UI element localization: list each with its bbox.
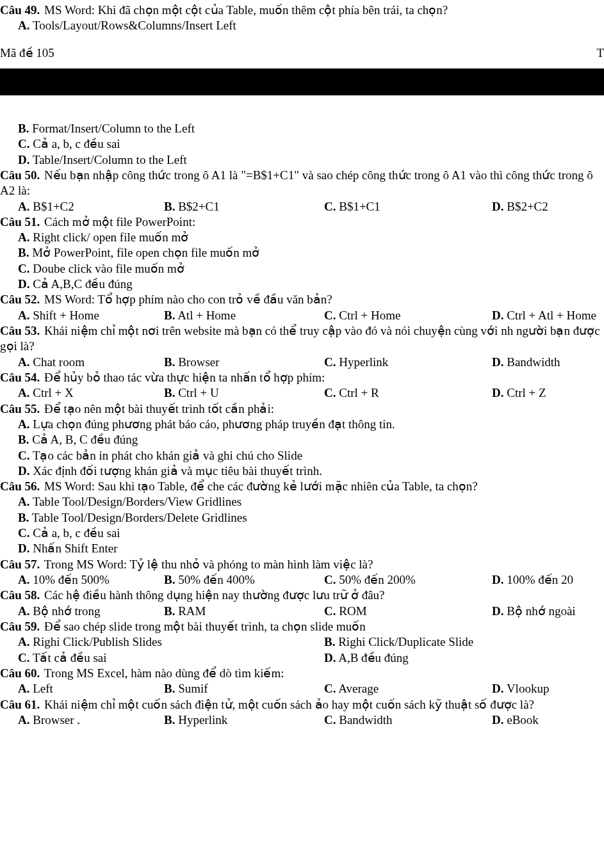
question-text: Trong MS Excel, hàm nào dùng để dò tìm k… [41,666,284,680]
question-text: Để sao chép slide trong một bài thuyết t… [41,620,365,633]
question-61: Câu 61. Khái niệm chỉ một cuốn sách điện… [0,697,604,712]
option-label: C. [324,200,336,213]
option-55-d: D. Xác định đối tượng khán giả và mục ti… [0,463,604,479]
question-51: Câu 51. Cách mở một file PowerPoint: [0,214,604,230]
question-57: Câu 57. Trong MS Word: Tỷ lệ thu nhỏ và … [0,557,604,572]
options-54: A. Ctrl + X B. Ctrl + U C. Ctrl + R D. C… [0,385,604,401]
option-51-c: C. Doube click vào file muốn mở [0,261,604,277]
options-53: A. Chat room B. Browser C. Hyperlink D. … [0,355,604,370]
option-label: D. [18,153,29,166]
option-label: D. [18,277,29,291]
option-text: Bộ nhớ trong [29,604,100,618]
option-56-d: D. Nhấn Shift Enter [0,541,604,556]
question-label: Câu 57. [0,558,40,571]
option-text: B$2+C1 [175,200,219,213]
option-text: Ctrl + R [336,386,379,399]
option-label: D. [492,604,503,618]
option-text: Mở PowerPoint, file open chọn file muốn … [29,246,259,259]
option-label: B. [324,635,335,648]
option-label: C. [18,449,29,462]
option-label: A. [18,417,29,431]
option-text: Xác định đối tượng khán giả và mục tiêu … [29,464,322,478]
option-label: C. [324,713,336,727]
question-text: Nếu bạn nhập công thức trong ô A1 là "=B… [0,168,593,197]
option-49-d: D. Table/Insert/Column to the Left [0,152,604,168]
option-text: Cả A,B,C đều đúng [29,277,132,291]
option-text: Table/Insert/Column to the Left [29,153,186,166]
option-text: 100% đến 20 [503,573,573,586]
option-text: B$1+C1 [336,200,380,213]
question-49: Câu 49. MS Word: Khi đã chọn một cột của… [0,3,604,18]
option-label: A. [18,309,29,322]
question-55: Câu 55. Để tạo nên một bài thuyết trình … [0,401,604,417]
option-label: C. [324,309,336,322]
question-label: Câu 54. [0,371,40,384]
option-text: Ctrl + Atl + Home [503,309,596,322]
option-56-c: C. Cả a, b, c đều sai [0,526,604,541]
question-text: Khái niệm chỉ một nơi trên website mà bạ… [0,324,600,353]
option-label: D. [492,713,503,727]
option-text: Tất cả đều sai [29,651,106,664]
options-61: A. Browser . B. Hyperlink C. Bandwidth D… [0,712,604,728]
option-text: Hyperlink [175,713,227,727]
question-58: Câu 58. Các hệ điều hành thông dụng hiện… [0,588,604,603]
option-text: Table Tool/Design/Borders/Delete Gridlin… [29,511,247,524]
option-label: C. [18,262,29,275]
option-label: C. [324,573,336,586]
option-text: B$2+C2 [503,200,548,213]
option-51-a: A. Right click/ open file muốn mở [0,230,604,245]
question-54: Câu 54. Để hủy bỏ thao tác vừa thực hiện… [0,370,604,385]
question-label: Câu 56. [0,479,40,493]
option-text: Right click/ open file muốn mở [29,230,188,244]
question-label: Câu 52. [0,293,40,306]
option-text: Average [336,682,379,695]
option-text: Ctrl + X [29,386,73,399]
option-55-c: C. Tạo các bản in phát cho khán giả và g… [0,448,604,463]
option-text: Ctrl + Z [503,386,546,399]
option-label: A. [18,682,29,695]
options-59-row2: C. Tất cả đều sai D. A,B đều đúng [0,650,604,666]
question-label: Câu 59. [0,620,40,633]
option-text: Sumif [175,682,208,695]
option-51-d: D. Cả A,B,C đều đúng [0,277,604,292]
option-55-a: A. Lựa chọn đúng phương phát báo cáo, ph… [0,417,604,432]
option-text: Ctrl + U [175,386,218,399]
option-label: C. [18,137,29,150]
exam-code-row: Mã đề 105 T [0,45,604,62]
black-divider-bar [0,68,604,95]
option-label: D. [492,309,503,322]
option-text: Atl + Home [175,309,236,322]
options-60: A. Left B. Sumif C. Average D. Vlookup [0,681,604,696]
option-label: A. [18,495,29,508]
option-label: A. [18,200,29,213]
question-text: MS Word: Tổ hợp phím nào cho con trỏ về … [41,293,332,306]
option-label: B. [164,713,175,727]
option-label: C. [18,651,29,664]
question-label: Câu 58. [0,588,40,602]
option-label: B. [164,573,175,586]
question-text: Để tạo nên một bài thuyết trình tốt cần … [41,402,274,415]
option-label: C. [324,386,336,399]
option-label: B. [164,682,175,695]
question-text: Để hủy bỏ thao tác vừa thực hiện ta nhấn… [41,371,325,384]
question-label: Câu 49. [0,3,40,17]
option-label: C. [324,604,336,618]
option-text: Vlookup [503,682,549,695]
option-text: Righi Click/Publish Slides [29,635,161,648]
option-label: A. [18,604,29,618]
option-label: B. [164,604,175,618]
option-label: D. [324,651,336,664]
option-text: Table Tool/Design/Borders/View Gridlines [29,495,241,508]
option-label: C. [324,682,336,695]
option-text: Tools/Layout/Rows&Columns/Insert Left [29,19,236,32]
exam-code-label: Mã đề 105 [0,45,54,61]
page-marker: T [596,45,604,61]
option-55-b: B. Cả A, B, C đều đúng [0,432,604,447]
option-label: D. [492,200,503,213]
option-text: ROM [336,604,366,618]
option-text: 50% đến 200% [336,573,415,586]
question-label: Câu 51. [0,215,40,229]
option-label: C. [324,355,336,369]
option-text: Bandwidth [503,355,560,369]
option-text: Format/Insert/Column to the Left [29,122,195,135]
